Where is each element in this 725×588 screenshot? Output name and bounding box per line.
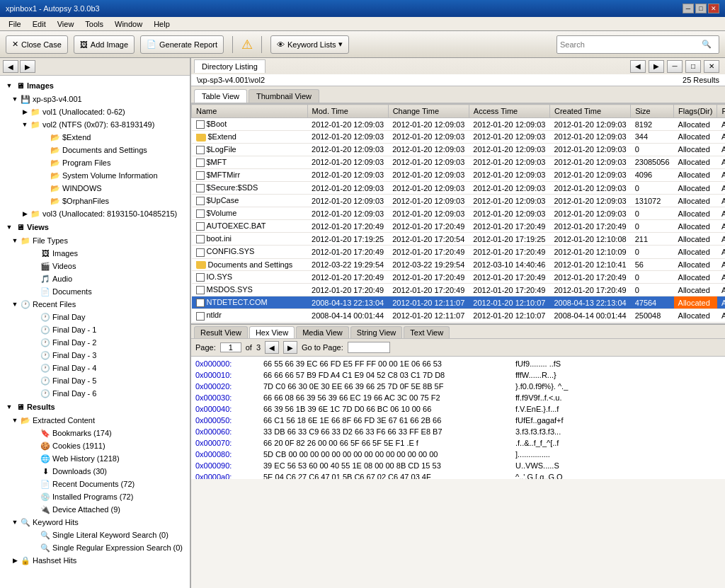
tree-item-images-type[interactable]: 🖼 Images xyxy=(0,247,190,260)
tree-item-final-day-2[interactable]: 🕐 Final Day - 2 xyxy=(0,336,190,349)
tab-hex-view[interactable]: Hex View xyxy=(249,326,295,338)
tree-item-final-day[interactable]: 🕐 Final Day xyxy=(0,311,190,323)
table-row[interactable]: $LogFile2012-01-20 12:09:032012-01-20 12… xyxy=(192,143,726,156)
table-row[interactable]: CONFIG.SYS2012-01-20 17:20:492012-01-20 … xyxy=(192,246,726,258)
tree-item-program-files[interactable]: 📂 Program Files xyxy=(0,156,190,169)
menu-view[interactable]: View xyxy=(52,18,80,29)
table-row[interactable]: IO.SYS2012-01-20 17:20:492012-01-20 17:2… xyxy=(192,271,726,284)
table-row[interactable]: $Boot2012-01-20 12:09:032012-01-20 12:09… xyxy=(192,118,726,131)
tree-toggle-vol1[interactable]: ▶ xyxy=(20,108,30,115)
col-header-size[interactable]: Size xyxy=(631,105,674,118)
table-row[interactable]: boot.ini2012-01-20 17:19:252012-01-20 17… xyxy=(192,233,726,246)
minimize-button[interactable]: ─ xyxy=(683,4,694,13)
tab-result-view[interactable]: Result View xyxy=(194,326,248,338)
tree-item-orphanfiles[interactable]: 📂 $OrphanFiles xyxy=(0,195,190,207)
tree-item-docs-settings[interactable]: 📂 Documents and Settings xyxy=(0,144,190,156)
tree-item-device-attached[interactable]: 🔌 Device Attached (9) xyxy=(0,503,190,516)
tree-item-regex-keyword[interactable]: 🔍 Single Regular Expression Search (0) xyxy=(0,541,190,554)
keyword-lists-button[interactable]: 👁 Keyword Lists ▾ xyxy=(270,35,349,54)
tree-section-images[interactable]: ▼ 🖥 Images xyxy=(0,79,190,93)
table-row[interactable]: $MFT2012-01-20 12:09:032012-01-20 12:09:… xyxy=(192,156,726,168)
dir-listing-tab[interactable]: Directory Listing xyxy=(194,59,266,73)
add-image-button[interactable]: 🖼 Add Image xyxy=(74,35,135,54)
tree-item-final-day-5[interactable]: 🕐 Final Day - 5 xyxy=(0,374,190,387)
table-row[interactable]: $Extend2012-01-20 12:09:032012-01-20 12:… xyxy=(192,131,726,144)
right-panel-min[interactable]: ─ xyxy=(667,60,683,73)
menu-help[interactable]: Help xyxy=(148,18,176,29)
table-row[interactable]: $Volume2012-01-20 12:09:032012-01-20 12:… xyxy=(192,207,726,220)
table-row[interactable]: AUTOEXEC.BAT2012-01-20 17:20:492012-01-2… xyxy=(192,220,726,233)
menu-window[interactable]: Window xyxy=(109,18,148,29)
tree-item-docs-type[interactable]: 📄 Documents xyxy=(0,285,190,298)
table-row[interactable]: $UpCase2012-01-20 12:09:032012-01-20 12:… xyxy=(192,195,726,207)
right-nav-prev[interactable]: ◀ xyxy=(630,60,646,73)
tree-item-recent-files[interactable]: ▼ 🕐 Recent Files xyxy=(0,298,190,311)
generate-report-button[interactable]: 📄 Generate Report xyxy=(140,35,224,54)
close-button[interactable]: ✕ xyxy=(708,4,719,13)
col-header-change-time[interactable]: Change Time xyxy=(388,105,469,118)
table-row[interactable]: $MFTMirr2012-01-20 12:09:032012-01-20 12… xyxy=(192,168,726,181)
search-input[interactable] xyxy=(560,40,702,49)
file-table-container[interactable]: Name Mod. Time Change Time Access Time C… xyxy=(191,104,725,323)
col-header-flags-dir[interactable]: Flags(Dir) xyxy=(674,105,717,118)
tree-item-sysvolinfo[interactable]: 📂 System Volume Information xyxy=(0,169,190,182)
tree-item-downloads[interactable]: ⬇ Downloads (30) xyxy=(0,465,190,478)
tab-media-view[interactable]: Media View xyxy=(296,326,349,338)
menu-edit[interactable]: Edit xyxy=(27,18,52,29)
tree-item-vol1[interactable]: ▶ 📁 vol1 (Unallocated: 0-62) xyxy=(0,105,190,118)
menu-tools[interactable]: Tools xyxy=(79,18,109,29)
right-nav-next[interactable]: ▶ xyxy=(649,60,664,73)
tree-item-literal-keyword[interactable]: 🔍 Single Literal Keyword Search (0) xyxy=(0,529,190,541)
tree-item-extracted-content[interactable]: ▼ 📂 Extracted Content xyxy=(0,414,190,427)
hex-next-page-button[interactable]: ▶ xyxy=(283,341,297,354)
tree-item-cookies[interactable]: 🍪 Cookies (1911) xyxy=(0,439,190,452)
nav-forward-button[interactable]: ▶ xyxy=(20,60,35,73)
nav-back-button[interactable]: ◀ xyxy=(3,60,18,73)
tree-item-recent-docs[interactable]: 📄 Recent Documents (72) xyxy=(0,478,190,490)
tree-section-results[interactable]: ▼ 🖥 Results xyxy=(0,400,190,414)
tab-string-view[interactable]: String View xyxy=(350,326,402,338)
col-header-access-time[interactable]: Access Time xyxy=(469,105,549,118)
table-row[interactable]: $Secure:$SDS2012-01-20 12:09:032012-01-2… xyxy=(192,181,726,194)
tree-item-videos-type[interactable]: 🎬 Videos xyxy=(0,260,190,272)
close-case-button[interactable]: ✕ Close Case xyxy=(6,35,68,54)
tree-item-final-day-4[interactable]: 🕐 Final Day - 4 xyxy=(0,362,190,374)
goto-page-input[interactable] xyxy=(348,342,390,353)
tree-item-file-types[interactable]: ▼ 📁 File Types xyxy=(0,234,190,247)
col-header-mod-time[interactable]: Mod. Time xyxy=(307,105,388,118)
table-row[interactable]: NTDETECT.COM2008-04-13 22:13:042012-01-2… xyxy=(192,296,726,309)
page-current-input[interactable] xyxy=(220,342,241,352)
tab-thumbnail-view[interactable]: Thumbnail View xyxy=(249,89,319,103)
tree-toggle-vol3[interactable]: ▶ xyxy=(20,210,30,217)
tree-toggle-views[interactable]: ▼ xyxy=(4,224,14,231)
tree-item-final-day-1[interactable]: 🕐 Final Day - 1 xyxy=(0,323,190,336)
tree-item-extend[interactable]: 📂 $Extend xyxy=(0,131,190,144)
right-panel-close[interactable]: ✕ xyxy=(704,60,719,73)
hex-prev-page-button[interactable]: ◀ xyxy=(265,341,279,354)
tree-toggle-images[interactable]: ▼ xyxy=(4,82,14,89)
tree-item-audio-type[interactable]: 🎵 Audio xyxy=(0,272,190,285)
tree-toggle-vol2[interactable]: ▼ xyxy=(20,121,30,128)
tree-toggle-xpsp3[interactable]: ▼ xyxy=(10,96,20,103)
tree-item-vol3[interactable]: ▶ 📁 vol3 (Unallocated: 8193150-10485215) xyxy=(0,207,190,220)
tree-section-views[interactable]: ▼ 🖥 Views xyxy=(0,220,190,234)
tab-table-view[interactable]: Table View xyxy=(194,89,247,103)
tab-text-view[interactable]: Text View xyxy=(404,326,450,338)
maximize-button[interactable]: □ xyxy=(695,4,707,13)
tree-item-installed-programs[interactable]: 💿 Installed Programs (72) xyxy=(0,490,190,503)
col-header-flag[interactable]: Flag xyxy=(717,105,725,118)
tree-item-bookmarks[interactable]: 🔖 Bookmarks (174) xyxy=(0,427,190,439)
right-panel-max[interactable]: □ xyxy=(685,60,701,73)
table-row[interactable]: ntldr2008-04-14 00:01:442012-01-20 12:11… xyxy=(192,309,726,322)
tree-item-webhistory[interactable]: 🌐 Web History (1218) xyxy=(0,452,190,465)
tree-item-hashset-hits[interactable]: ▶ 🔒 Hashset Hits xyxy=(0,554,190,567)
col-header-name[interactable]: Name xyxy=(192,105,308,118)
table-row[interactable]: Documents and Settings2012-03-22 19:29:5… xyxy=(192,258,726,271)
tree-item-xp-sp3[interactable]: ▼ 💾 xp-sp3-v4.001 xyxy=(0,93,190,105)
tree-item-windows[interactable]: 📂 WINDOWS xyxy=(0,182,190,195)
search-icon[interactable]: 🔍 xyxy=(702,40,712,49)
col-header-created-time[interactable]: Created Time xyxy=(549,105,630,118)
tree-item-vol2[interactable]: ▼ 📁 vol2 (NTFS (0x07): 63-8193149) xyxy=(0,118,190,131)
table-row[interactable]: MSDOS.SYS2012-01-20 17:20:492012-01-20 1… xyxy=(192,284,726,296)
menu-file[interactable]: File xyxy=(3,18,27,29)
